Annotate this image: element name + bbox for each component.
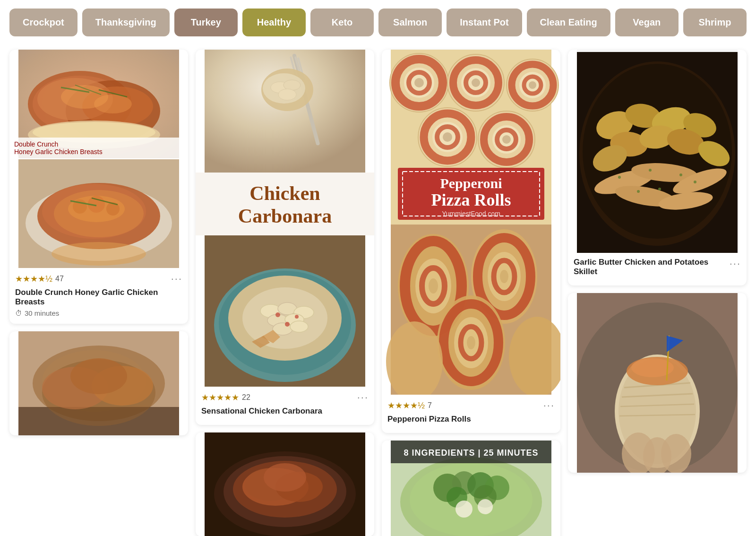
svg-point-56 — [275, 312, 280, 317]
svg-point-89 — [443, 132, 452, 142]
svg-point-105 — [429, 278, 438, 294]
card-wrap[interactable] — [568, 293, 747, 473]
image-caption: Double CrunchHoney Garlic Chicken Breast… — [9, 138, 188, 158]
svg-point-8 — [94, 95, 132, 113]
grid-col-1: Double CrunchHoney Garlic Chicken Breast… — [9, 50, 188, 435]
category-bar: Crockpot Thanksgiving Turkey Healthy Ket… — [0, 0, 756, 45]
card-garlic-butter[interactable]: Garlic Butter Chicken and Potatoes Skill… — [568, 50, 747, 285]
card-col3-bottom[interactable]: 8 INGREDIENTS | 25 MINUTES — [382, 441, 560, 536]
card-double-crunch[interactable]: Double CrunchHoney Garlic Chicken Breast… — [9, 50, 188, 324]
svg-rect-34 — [205, 50, 365, 173]
recipe-meta: ⏱ 30 minutes — [15, 309, 182, 317]
card-rating-pizza-rolls: ★★★★½ 7 ··· — [387, 399, 555, 412]
svg-point-79 — [472, 78, 480, 87]
card-col2-bottom[interactable] — [196, 432, 374, 536]
card-pizza-rolls[interactable]: Pepperoni Pizza Rolls YummiestFood.com — [382, 50, 560, 433]
card-rating: ★★★★½ 47 ··· — [15, 273, 182, 285]
card-body-double-crunch: ★★★★½ 47 ··· Double Crunch Honey Garlic … — [9, 268, 188, 324]
recipe-name-display: ChickenCarbonara — [238, 182, 332, 228]
chicken-img-top: Double CrunchHoney Garlic Chicken Breast… — [9, 50, 188, 158]
svg-point-152 — [637, 190, 640, 193]
recipe-title-garlic-butter: Garlic Butter Chicken and Potatoes Skill… — [574, 258, 730, 277]
svg-point-151 — [658, 188, 661, 190]
svg-text:Pepperoni: Pepperoni — [440, 175, 502, 191]
rating-count: 47 — [55, 275, 64, 283]
recipe-time: 30 minutes — [25, 309, 59, 317]
clock-icon: ⏱ — [15, 309, 22, 317]
more-options-carbonara[interactable]: ··· — [357, 391, 369, 404]
recipe-title-carbonara: Sensational Chicken Carbonara — [201, 406, 369, 416]
recipe-title-pizza-rolls: Pepperoni Pizza Rolls — [387, 415, 555, 424]
svg-point-110 — [500, 270, 508, 283]
svg-point-55 — [242, 287, 327, 349]
svg-text:Pizza Rolls: Pizza Rolls — [431, 190, 511, 209]
svg-point-58 — [285, 322, 290, 327]
svg-point-43 — [263, 73, 305, 104]
recipe-title: Double Crunch Honey Garlic Chicken Breas… — [15, 288, 182, 307]
svg-text:8 INGREDIENTS  |  25 MINUTES: 8 INGREDIENTS | 25 MINUTES — [404, 448, 538, 458]
stacked-images: Double CrunchHoney Garlic Chicken Breast… — [9, 50, 188, 268]
svg-point-57 — [295, 315, 299, 319]
svg-point-128 — [478, 499, 493, 514]
svg-point-149 — [649, 169, 652, 172]
svg-point-94 — [502, 135, 511, 144]
svg-rect-154 — [577, 50, 738, 52]
card-chicken-carbonara[interactable]: ChickenCarbonara — [196, 50, 374, 425]
svg-point-150 — [679, 173, 682, 176]
card-body-garlic-butter: Garlic Butter Chicken and Potatoes Skill… — [568, 253, 747, 285]
grid-col-3: Pepperoni Pizza Rolls YummiestFood.com — [382, 50, 560, 536]
rating-count-carbonara: 22 — [242, 393, 250, 402]
svg-point-84 — [529, 81, 536, 89]
rating-count-pizza-rolls: 7 — [428, 401, 432, 410]
grid-col-2: ChickenCarbonara — [196, 50, 374, 536]
svg-point-153 — [694, 181, 696, 183]
svg-point-68 — [264, 463, 306, 492]
category-thanksgiving[interactable]: Thanksgiving — [82, 9, 170, 36]
more-options-pizza-rolls[interactable]: ··· — [543, 399, 555, 412]
star-rating-carbonara: ★★★★★ — [201, 392, 239, 403]
more-options-button[interactable]: ··· — [171, 273, 182, 285]
category-instant-pot[interactable]: Instant Pot — [447, 9, 522, 36]
category-healthy[interactable]: Healthy — [242, 9, 306, 36]
more-options-garlic-butter[interactable]: ··· — [730, 258, 741, 270]
svg-point-25 — [52, 242, 146, 266]
card-rating-carbonara: ★★★★★ 22 ··· — [201, 391, 369, 404]
category-clean-eating[interactable]: Clean Eating — [527, 9, 610, 36]
category-turkey[interactable]: Turkey — [174, 9, 238, 36]
card-col1-bottom[interactable] — [9, 331, 188, 435]
svg-point-115 — [467, 336, 475, 349]
svg-text:YummiestFood.com: YummiestFood.com — [442, 210, 500, 217]
category-shrimp[interactable]: Shrimp — [683, 9, 747, 36]
svg-point-33 — [70, 358, 127, 394]
star-rating: ★★★★½ — [15, 274, 52, 284]
category-keto[interactable]: Keto — [310, 9, 374, 36]
svg-point-148 — [618, 176, 621, 179]
category-vegan[interactable]: Vegan — [615, 9, 679, 36]
star-rating-pizza-rolls: ★★★★½ — [387, 400, 425, 411]
svg-point-169 — [661, 434, 691, 473]
recipe-grid: Double CrunchHoney Garlic Chicken Breast… — [0, 45, 756, 536]
category-crockpot[interactable]: Crockpot — [9, 9, 77, 36]
grid-col-4: Garlic Butter Chicken and Potatoes Skill… — [568, 50, 747, 473]
chicken-img-bottom — [9, 159, 188, 268]
svg-point-74 — [414, 78, 424, 87]
svg-point-127 — [455, 501, 472, 518]
card-body-pizza-rolls: ★★★★½ 7 ··· Pepperoni Pizza Rolls — [382, 395, 560, 433]
category-salmon[interactable]: Salmon — [378, 9, 442, 36]
card-body-carbonara: ★★★★★ 22 ··· Sensational Chicken Carbona… — [196, 387, 374, 425]
